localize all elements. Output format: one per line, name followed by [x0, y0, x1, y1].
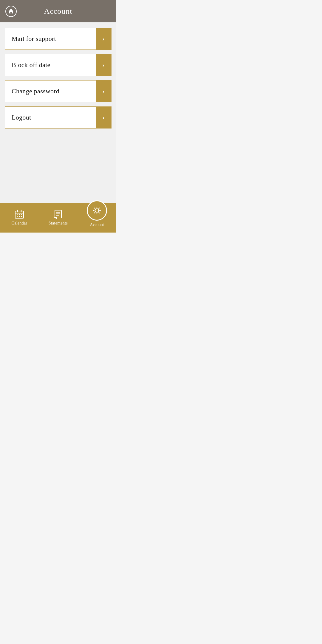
nav-item-calendar[interactable]: Calendar — [0, 209, 39, 226]
svg-rect-12 — [55, 210, 61, 218]
menu-item-mail-support[interactable]: Mail for support › — [5, 28, 112, 50]
statements-label: Statements — [49, 221, 68, 226]
page-title: Account — [44, 7, 72, 16]
svg-rect-9 — [17, 216, 18, 217]
svg-rect-6 — [17, 214, 18, 215]
home-icon-wrap — [5, 6, 17, 17]
menu-item-block-off-date[interactable]: Block off date › — [5, 54, 112, 76]
bottom-nav: Calendar Statements — [0, 203, 116, 233]
menu-item-arrow: › — [96, 28, 111, 49]
account-circle — [87, 200, 107, 221]
svg-rect-11 — [21, 216, 22, 217]
chevron-right-icon: › — [102, 61, 104, 69]
nav-item-statements[interactable]: Statements — [39, 209, 78, 226]
app-header: Account — [0, 0, 116, 22]
statements-icon — [53, 209, 64, 220]
home-icon — [8, 8, 14, 15]
nav-item-account[interactable]: Account — [78, 206, 116, 228]
svg-rect-7 — [19, 214, 20, 215]
svg-line-25 — [95, 212, 95, 213]
chevron-right-icon: › — [102, 35, 104, 43]
svg-rect-8 — [21, 214, 22, 215]
svg-rect-10 — [19, 216, 20, 217]
svg-point-17 — [95, 209, 99, 212]
chevron-right-icon: › — [102, 114, 104, 121]
main-content: Mail for support › Block off date › Chan… — [0, 22, 116, 203]
svg-marker-1 — [9, 9, 13, 11]
calendar-label: Calendar — [12, 221, 27, 226]
menu-item-arrow: › — [96, 54, 111, 76]
account-nav-label: Account — [90, 222, 104, 227]
menu-item-arrow: › — [96, 80, 111, 102]
menu-item-label: Block off date — [5, 54, 96, 76]
menu-item-logout[interactable]: Logout › — [5, 106, 112, 129]
menu-item-label: Change password — [5, 80, 96, 102]
gear-icon — [91, 205, 103, 216]
svg-line-24 — [99, 208, 99, 209]
menu-item-change-password[interactable]: Change password › — [5, 80, 112, 102]
chevron-right-icon: › — [102, 87, 104, 95]
menu-item-arrow: › — [96, 107, 111, 128]
calendar-icon — [14, 209, 25, 220]
menu-item-label: Logout — [5, 107, 96, 128]
svg-line-22 — [95, 208, 95, 209]
svg-line-23 — [99, 212, 99, 213]
svg-rect-0 — [10, 12, 12, 14]
header-logo — [5, 6, 17, 17]
menu-item-label: Mail for support — [5, 28, 96, 49]
